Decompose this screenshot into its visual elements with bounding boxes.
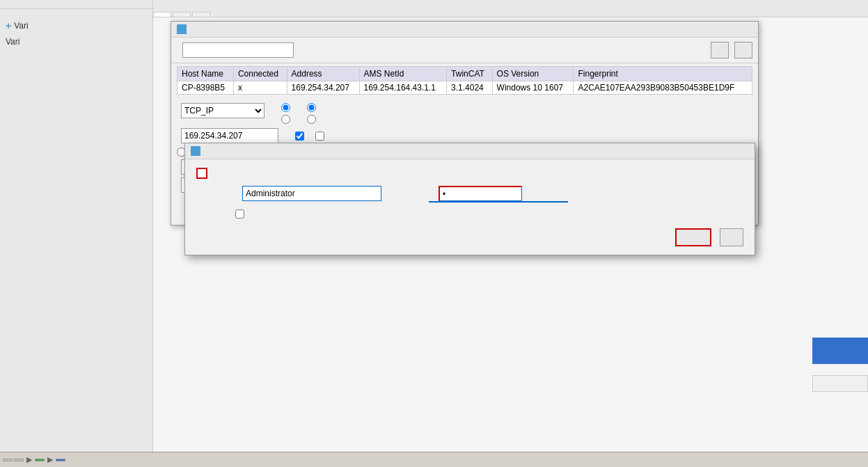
status-item-1 <box>3 459 13 461</box>
tab-bar <box>153 0 868 17</box>
form-row-2 <box>177 128 752 143</box>
transport-group: TCP_IP UDP_IP <box>177 103 265 118</box>
address-input[interactable] <box>181 128 278 143</box>
add-route-titlebar <box>171 22 758 38</box>
status-bar: ▶ ▶ <box>0 452 868 467</box>
col-connected: Connected <box>233 67 287 81</box>
remote-route-icon <box>191 146 200 156</box>
add-route-title-left <box>177 24 191 34</box>
local-static-option[interactable] <box>281 103 293 112</box>
twincat-pw-row <box>235 209 755 219</box>
tab-general[interactable] <box>153 12 171 17</box>
tab-additional-files[interactable] <box>192 12 210 17</box>
cell-os-version: Windows 10 1607 <box>492 81 574 95</box>
input-underline <box>429 201 568 203</box>
ok-button[interactable] <box>675 228 711 246</box>
unidirectional-row[interactable] <box>315 132 327 141</box>
vari-label: Vari <box>14 21 28 31</box>
cell-ams-netid: 169.254.164.43.1.1 <box>359 81 447 95</box>
vari-item2: Vari <box>0 34 152 49</box>
vari-add-row: + Vari <box>0 17 152 34</box>
user-password-row <box>196 186 743 201</box>
add-icon[interactable]: + <box>6 20 11 31</box>
col-address: Address <box>287 67 359 81</box>
password-group <box>393 186 535 201</box>
comment-side-area <box>812 375 868 392</box>
left-panel: + Vari Vari <box>0 0 153 467</box>
cell-hostname: CP-8398B5 <box>177 81 234 95</box>
advanced-settings-row[interactable] <box>295 132 307 141</box>
add-route-toolbar <box>171 38 758 63</box>
checkbox-group <box>295 132 327 141</box>
password-input[interactable] <box>439 186 522 201</box>
user-group <box>196 186 381 201</box>
remote-route-type <box>307 103 319 124</box>
table-row[interactable]: CP-8398B5 x 169.254.34.207 169.254.164.4… <box>177 81 752 95</box>
local-route-type <box>281 103 293 124</box>
add-remote-route-dialog <box>184 143 755 255</box>
secure-ads-row <box>196 168 743 179</box>
remote-route-titlebar <box>185 143 755 159</box>
status-separator-2: ▶ <box>46 455 54 464</box>
col-os-version: OS Version <box>492 67 574 81</box>
refresh-status-button[interactable] <box>711 42 729 58</box>
advanced-checkbox[interactable] <box>295 132 304 141</box>
twincat-pw-checkbox[interactable] <box>235 209 244 219</box>
col-hostname: Host Name <box>177 67 234 81</box>
cancel-button[interactable] <box>720 228 743 246</box>
search-side-button[interactable] <box>812 338 868 364</box>
route-table: Host Name Connected Address AMS NetId Tw… <box>177 66 752 95</box>
address-group <box>177 128 278 143</box>
add-route-icon <box>177 24 187 34</box>
cell-fingerprint: A2CAE107EAA293B9083B50453BE1D9F <box>574 81 752 95</box>
col-ams-netid: AMS NetId <box>359 67 447 81</box>
status-item-2 <box>14 459 24 461</box>
remote-route-title-left <box>191 146 205 156</box>
broadcast-search-button[interactable] <box>734 42 752 58</box>
ok-cancel-row <box>185 228 755 255</box>
user-input[interactable] <box>242 186 381 201</box>
cell-twincat: 3.1.4024 <box>447 81 493 95</box>
transport-select[interactable]: TCP_IP UDP_IP <box>181 103 265 118</box>
tab-settings[interactable] <box>173 12 191 17</box>
col-twincat: TwinCAT <box>447 67 493 81</box>
remote-route-body <box>185 159 755 209</box>
secure-ads-checkbox[interactable] <box>196 168 207 179</box>
host-input[interactable] <box>182 42 294 58</box>
status-item-4 <box>56 459 65 461</box>
remote-static-option[interactable] <box>307 103 319 112</box>
status-item-3 <box>35 459 45 461</box>
left-panel-scroll <box>0 0 152 6</box>
remote-temp-option[interactable] <box>307 115 319 124</box>
status-separator-1: ▶ <box>25 455 33 464</box>
cell-address: 169.254.34.207 <box>287 81 359 95</box>
form-row-1: TCP_IP UDP_IP <box>177 103 752 124</box>
col-fingerprint: Fingerprint <box>574 67 752 81</box>
local-temp-option[interactable] <box>281 115 293 124</box>
route-table-container: Host Name Connected Address AMS NetId Tw… <box>171 63 758 97</box>
unidirectional-checkbox[interactable] <box>315 132 324 141</box>
cell-connected: x <box>233 81 287 95</box>
route-type-groups <box>281 103 319 124</box>
